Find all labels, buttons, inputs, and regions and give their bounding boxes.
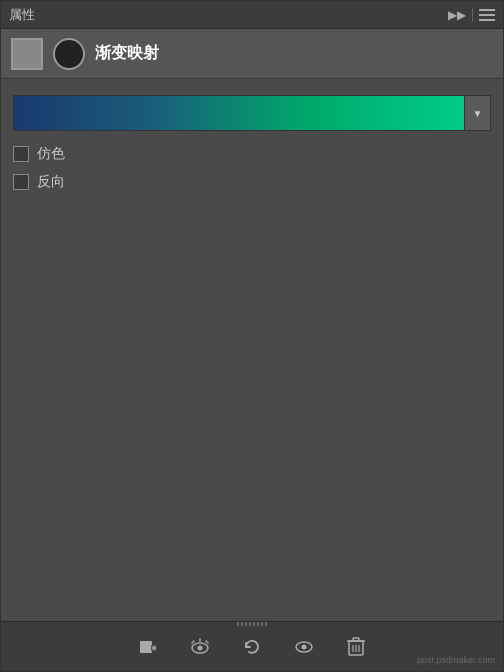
svg-rect-0 (479, 9, 495, 11)
dither-checkbox-item[interactable]: 仿色 (13, 145, 491, 163)
eye-sparkle-button[interactable] (182, 629, 218, 665)
layer-thumbnail-square (11, 38, 43, 70)
grip-dot (253, 622, 255, 626)
bottom-toolbar: post.psdmaker.com (1, 621, 503, 671)
content-area: ▼ 仿色 反向 (1, 79, 503, 621)
gradient-bar[interactable] (13, 95, 465, 131)
dither-label: 仿色 (37, 145, 65, 163)
reset-button[interactable] (234, 629, 270, 665)
gradient-dropdown-button[interactable]: ▼ (465, 95, 491, 131)
title-bar: 属性 ▶▶ (1, 1, 503, 29)
dither-checkbox[interactable] (13, 146, 29, 162)
grip-dot (241, 622, 243, 626)
empty-area (13, 205, 491, 605)
panel-title: 属性 (9, 6, 35, 24)
layer-header: 渐变映射 (1, 29, 503, 79)
svg-point-8 (198, 645, 203, 650)
grip-dot (237, 622, 239, 626)
grip-dot (261, 622, 263, 626)
gradient-container: ▼ (13, 95, 491, 131)
chevron-down-icon: ▼ (473, 108, 483, 119)
svg-point-10 (302, 644, 307, 649)
properties-panel: 属性 ▶▶ 渐变映射 ▼ (0, 0, 504, 672)
layer-thumbnail-circle (53, 38, 85, 70)
add-pixel-button[interactable] (130, 629, 166, 665)
grip-dot (249, 622, 251, 626)
grip-dot (265, 622, 267, 626)
divider (472, 8, 473, 22)
menu-icon[interactable] (479, 9, 495, 21)
svg-rect-3 (140, 641, 152, 653)
delete-button[interactable] (338, 629, 374, 665)
reverse-checkbox[interactable] (13, 174, 29, 190)
layer-title: 渐变映射 (95, 43, 159, 64)
svg-rect-2 (479, 19, 495, 21)
grip-handle (237, 622, 267, 626)
visibility-button[interactable] (286, 629, 322, 665)
reverse-checkbox-item[interactable]: 反向 (13, 173, 491, 191)
forward-icon[interactable]: ▶▶ (448, 8, 466, 22)
grip-dot (245, 622, 247, 626)
grip-dot (257, 622, 259, 626)
title-icons: ▶▶ (448, 8, 495, 22)
reverse-label: 反向 (37, 173, 65, 191)
watermark: post.psdmaker.com (417, 655, 495, 665)
checkbox-group: 仿色 反向 (13, 145, 491, 191)
svg-rect-1 (479, 14, 495, 16)
